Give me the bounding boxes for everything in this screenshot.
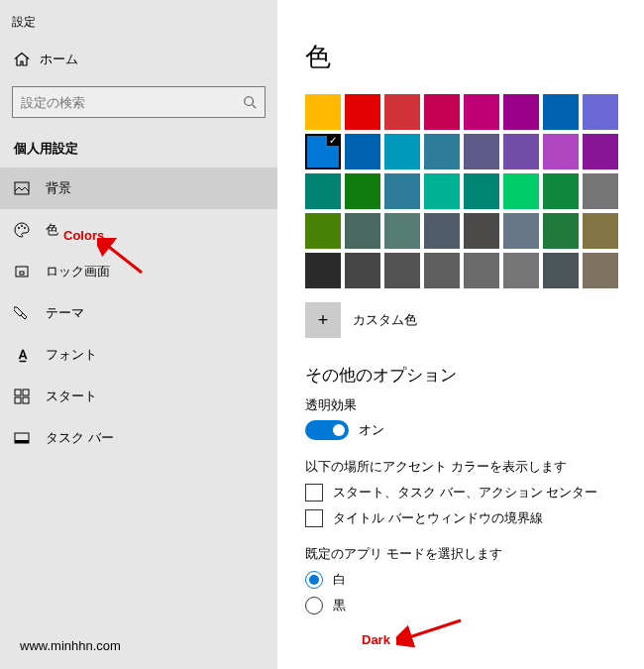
color-swatch[interactable] [583,94,618,130]
color-swatch[interactable] [384,253,420,288]
custom-color-label: カスタム色 [353,311,417,329]
color-swatch[interactable] [305,213,341,249]
checkbox-icon [305,484,323,502]
checkbox-titlebar[interactable]: タイトル バーとウィンドウの境界線 [305,509,644,527]
radio-label: 白 [333,571,346,589]
color-swatch[interactable] [384,213,420,249]
fonts-icon: A̲ [14,348,32,362]
svg-rect-7 [20,272,24,275]
svg-point-0 [245,97,254,106]
color-swatch[interactable] [345,213,380,249]
color-swatch[interactable] [503,213,539,249]
color-swatch[interactable] [424,213,460,249]
color-swatch[interactable] [583,213,618,249]
color-swatch[interactable] [464,94,499,130]
transparency-label: 透明効果 [305,396,644,414]
color-swatch[interactable] [543,134,579,169]
sidebar-item-start[interactable]: スタート [0,376,277,417]
home-label: ホーム [40,51,78,68]
color-swatch[interactable] [464,213,499,249]
color-swatch[interactable] [424,94,460,130]
radio-light[interactable]: 白 [305,571,644,589]
color-swatch[interactable] [543,94,579,130]
color-swatch[interactable] [543,213,579,249]
nav-label: タスク バー [46,429,114,447]
color-swatch[interactable] [464,134,499,169]
color-palette [305,94,644,288]
search-input[interactable] [21,95,243,110]
checkbox-label: スタート、タスク バー、アクション センター [333,484,597,502]
sidebar-item-lockscreen[interactable]: ロック画面 [0,251,277,292]
sidebar-item-background[interactable]: 背景 [0,167,277,209]
transparency-toggle[interactable]: オン [305,420,644,440]
svg-rect-11 [23,397,29,403]
nav-label: ロック画面 [46,263,110,280]
color-swatch[interactable] [583,253,618,288]
color-swatch[interactable] [543,253,579,288]
color-swatch[interactable] [384,173,420,209]
search-icon [243,95,257,109]
search-box[interactable] [12,86,266,118]
page-heading: 色 [305,40,644,74]
color-swatch[interactable] [345,253,380,288]
nav-label: フォント [46,346,97,364]
app-mode-desc: 既定のアプリ モードを選択します [305,545,644,563]
color-swatch[interactable] [583,173,618,209]
color-swatch[interactable] [305,94,341,130]
color-swatch[interactable] [305,134,341,169]
themes-icon [14,305,32,321]
svg-rect-8 [15,390,21,395]
color-swatch[interactable] [503,94,539,130]
color-swatch[interactable] [503,134,539,169]
color-swatch[interactable] [305,173,341,209]
toggle-state: オン [359,421,384,439]
radio-dark[interactable]: 黒 [305,597,644,614]
nav-label: 背景 [46,179,71,197]
color-swatch[interactable] [424,173,460,209]
color-swatch[interactable] [384,134,420,169]
start-icon [14,389,32,404]
color-swatch[interactable] [464,173,499,209]
svg-line-1 [253,105,257,109]
svg-rect-2 [15,182,29,194]
settings-sidebar: 設定 ホーム 個人用設定 背景 色 ロック画面 テーマ [0,0,277,669]
color-swatch[interactable] [583,134,618,169]
color-swatch[interactable] [543,173,579,209]
home-button[interactable]: ホーム [0,41,277,78]
color-swatch[interactable] [424,134,460,169]
checkbox-start-taskbar[interactable]: スタート、タスク バー、アクション センター [305,484,644,502]
svg-rect-9 [23,390,29,395]
color-swatch[interactable] [305,253,341,288]
svg-rect-13 [15,440,29,443]
nav-label: スタート [46,388,97,405]
color-swatch[interactable] [503,253,539,288]
plus-icon: + [305,302,341,338]
sidebar-item-fonts[interactable]: A̲ フォント [0,334,277,376]
content-area: 色 + カスタム色 その他のオプション 透明効果 オン 以下の場所にアクセント … [277,0,644,669]
sidebar-item-colors[interactable]: 色 [0,209,277,251]
app-title: 設定 [0,8,277,41]
color-swatch[interactable] [464,253,499,288]
color-swatch[interactable] [384,94,420,130]
palette-icon [14,222,32,238]
other-options-heading: その他のオプション [305,364,644,387]
background-icon [14,180,32,196]
svg-rect-10 [15,397,21,403]
taskbar-icon [14,430,32,446]
checkbox-label: タイトル バーとウィンドウの境界線 [333,509,543,527]
color-swatch[interactable] [424,253,460,288]
checkbox-icon [305,509,323,527]
nav-label: 色 [46,221,58,239]
accent-location-desc: 以下の場所にアクセント カラーを表示します [305,458,644,476]
custom-color-button[interactable]: + カスタム色 [305,302,644,338]
sidebar-item-taskbar[interactable]: タスク バー [0,417,277,459]
sidebar-item-themes[interactable]: テーマ [0,292,277,334]
home-icon [14,52,30,67]
color-swatch[interactable] [345,94,380,130]
color-swatch[interactable] [345,173,380,209]
section-title: 個人用設定 [0,132,277,167]
svg-point-3 [18,227,20,229]
color-swatch[interactable] [345,134,380,169]
radio-label: 黒 [333,597,346,614]
color-swatch[interactable] [503,173,539,209]
